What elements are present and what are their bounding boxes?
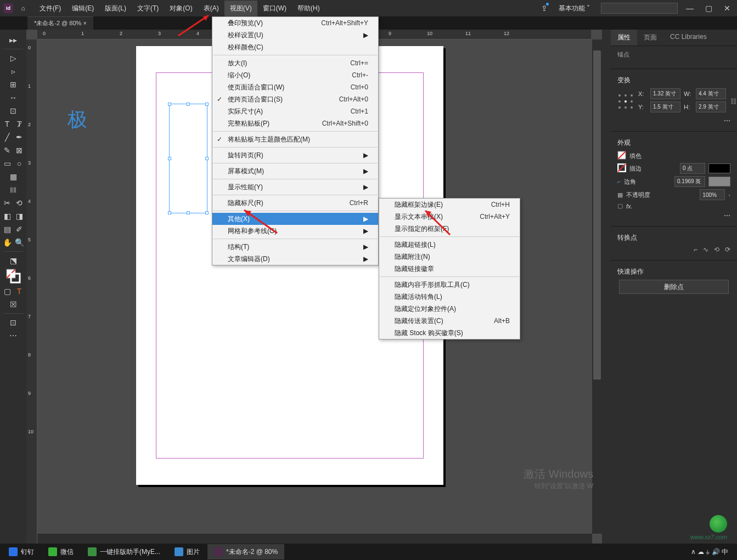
- delete-point-button[interactable]: 删除点: [619, 280, 729, 294]
- view-mode[interactable]: ⊡: [1, 316, 25, 329]
- zoom-tool[interactable]: 🔍: [13, 236, 25, 248]
- opacity-icon[interactable]: ▦: [617, 191, 623, 199]
- view-menu-item-6[interactable]: 使页面适合窗口(W)Ctrl+0: [212, 81, 378, 93]
- view-menu-item-15[interactable]: 屏幕模式(M)▶: [212, 165, 378, 177]
- convert-corner-icon[interactable]: ⌐: [694, 246, 697, 253]
- stroke-swatch-icon[interactable]: [617, 163, 626, 173]
- other-submenu-item-0[interactable]: 隐藏框架边缘(E)Ctrl+H: [379, 199, 520, 211]
- vertical-ruler[interactable]: 0 1 2 3 4 5 6 7 8 9 10: [26, 39, 37, 544]
- menu-object[interactable]: 对象(O): [164, 1, 198, 16]
- reference-point-grid[interactable]: [617, 93, 634, 110]
- more-options-icon[interactable]: ⋯: [724, 212, 730, 219]
- fill-swatch-icon[interactable]: [617, 151, 626, 161]
- system-tray[interactable]: ∧ ☁ ⏚ 🔊 中: [684, 544, 735, 559]
- convert-plain-icon[interactable]: ⟳: [725, 246, 730, 253]
- line-tool[interactable]: ╱: [1, 131, 13, 143]
- stroke-weight-field[interactable]: 0 点: [680, 163, 705, 174]
- rectangle-frame-tool[interactable]: ⊠: [13, 144, 25, 156]
- taskbar-item-indesign[interactable]: *未命名-2 @ 80%: [207, 544, 284, 559]
- view-menu-item-0[interactable]: 叠印预览(V)Ctrl+Alt+Shift+Y: [212, 17, 378, 29]
- view-menu-item-17[interactable]: 显示性能(Y)▶: [212, 181, 378, 193]
- home-icon[interactable]: ⌂: [18, 4, 29, 12]
- view-menu-item-25[interactable]: 文章编辑器(D)▶: [212, 253, 378, 265]
- taskbar-item-dingtalk[interactable]: 钉钉: [2, 544, 41, 559]
- view-menu-item-11[interactable]: ✓将粘贴板与主题颜色匹配(M): [212, 133, 378, 145]
- other-submenu-item-5[interactable]: 隐藏附注(N): [379, 251, 520, 263]
- menu-file[interactable]: 文件(F): [34, 1, 66, 16]
- other-submenu-item-11[interactable]: 隐藏传送装置(C)Alt+B: [379, 315, 520, 327]
- other-submenu-item-4[interactable]: 隐藏超链接(L): [379, 239, 520, 251]
- horizontal-scrollbar[interactable]: [37, 534, 592, 544]
- menu-help[interactable]: 帮助(H): [292, 1, 325, 16]
- note-tool[interactable]: ▤: [1, 223, 13, 235]
- view-menu-item-24[interactable]: 结构(T)▶: [212, 241, 378, 253]
- content-collector-tool[interactable]: ⊡: [1, 105, 25, 117]
- taskbar-item-pictures[interactable]: 图片: [168, 544, 206, 559]
- view-menu-item-13[interactable]: 旋转跨页(R)▶: [212, 149, 378, 161]
- search-input[interactable]: [601, 3, 678, 14]
- close-button[interactable]: ✕: [721, 4, 734, 13]
- view-menu-item-1[interactable]: 校样设置(U)▶: [212, 29, 378, 41]
- view-menu-item-22[interactable]: 网格和参考线(G)▶: [212, 225, 378, 237]
- corner-radius-field[interactable]: 0.1969 英: [674, 176, 705, 187]
- tab-properties[interactable]: 属性: [611, 30, 637, 46]
- corner-style-select[interactable]: [708, 177, 730, 186]
- menu-layout[interactable]: 版面(L): [99, 1, 132, 16]
- type-tool[interactable]: T: [1, 118, 13, 130]
- selection-tool[interactable]: ▷: [1, 52, 25, 64]
- minimize-button[interactable]: —: [683, 4, 696, 13]
- share-icon[interactable]: ⇪: [541, 4, 548, 13]
- view-menu-item-4[interactable]: 放大(I)Ctrl+=: [212, 57, 378, 69]
- document-tab[interactable]: *未命名-2 @ 80% ×: [27, 16, 93, 30]
- workspace-switcher[interactable]: 基本功能 ˅: [553, 2, 595, 15]
- gradient-feather-tool[interactable]: ◨: [13, 210, 25, 222]
- gap-tool[interactable]: ↔: [1, 92, 25, 104]
- direct-selection-tool[interactable]: ▹: [1, 65, 25, 77]
- h-field[interactable]: 2.9 英寸: [696, 101, 726, 112]
- vertical-scrollbar[interactable]: [592, 39, 602, 534]
- w-field[interactable]: 4.4 英寸: [696, 88, 726, 99]
- menu-table[interactable]: 表(A): [198, 1, 224, 16]
- maximize-button[interactable]: ▢: [702, 4, 715, 13]
- column-tool[interactable]: ⦀⦀: [1, 184, 25, 196]
- other-submenu-item-8[interactable]: 隐藏内容手形抓取工具(C): [379, 279, 520, 291]
- formatting-container[interactable]: ▢: [1, 285, 13, 297]
- gradient-swatch-tool[interactable]: ◧: [1, 210, 13, 222]
- eyedropper-tool[interactable]: ✐: [13, 223, 25, 235]
- text-frame-selected[interactable]: [169, 104, 207, 213]
- fill-stroke-swap[interactable]: ⬔: [1, 254, 25, 267]
- view-menu-item-21[interactable]: 其他(X)▶: [212, 213, 378, 225]
- fill-stroke-proxy[interactable]: [1, 268, 25, 284]
- convert-symmetric-icon[interactable]: ⟲: [714, 246, 719, 253]
- more-tools-icon[interactable]: ⋯: [1, 330, 25, 342]
- stroke-style-select[interactable]: [708, 163, 730, 173]
- tab-pages[interactable]: 页面: [637, 30, 663, 46]
- other-submenu-item-10[interactable]: 隐藏定位对象控件(A): [379, 303, 520, 315]
- view-menu-item-2[interactable]: 校样颜色(C): [212, 41, 378, 53]
- x-field[interactable]: 1.32 英寸: [650, 88, 680, 99]
- hand-tool[interactable]: ✋: [1, 236, 13, 248]
- type-on-path-tool[interactable]: T̷: [13, 118, 25, 130]
- other-submenu-item-2[interactable]: 显示指定的框架(F): [379, 223, 520, 235]
- other-submenu-item-9[interactable]: 隐藏活动转角(L): [379, 291, 520, 303]
- menu-type[interactable]: 文字(T): [132, 1, 164, 16]
- view-menu-item-9[interactable]: 完整粘贴板(P)Ctrl+Alt+Shift+0: [212, 117, 378, 129]
- menu-view[interactable]: 视图(V): [224, 1, 257, 16]
- rectangle-tool[interactable]: ▭: [1, 157, 13, 169]
- convert-smooth-icon[interactable]: ∿: [703, 246, 708, 253]
- fx-icon[interactable]: ▢: [617, 202, 623, 210]
- page-tool[interactable]: ⊞: [1, 78, 25, 90]
- link-wh-icon[interactable]: ⛓: [730, 98, 737, 105]
- scissors-tool[interactable]: ✂: [1, 197, 13, 209]
- view-menu-item-7[interactable]: ✓使跨页适合窗口(S)Ctrl+Alt+0: [212, 93, 378, 105]
- menu-edit[interactable]: 编辑(E): [66, 1, 99, 16]
- formatting-text[interactable]: T: [13, 285, 25, 297]
- tab-cc-libraries[interactable]: CC Libraries: [663, 30, 713, 46]
- more-options-icon[interactable]: ⋯: [724, 117, 730, 125]
- other-submenu-item-1[interactable]: 显示文本串接(X)Ctrl+Alt+Y: [379, 211, 520, 223]
- pen-tool[interactable]: ✒: [13, 131, 25, 143]
- free-transform-tool[interactable]: ⟲: [13, 197, 25, 209]
- view-menu-item-19[interactable]: 隐藏标尺(R)Ctrl+R: [212, 197, 378, 209]
- other-submenu-item-12[interactable]: 隐藏 Stock 购买徽章(S): [379, 327, 520, 339]
- y-field[interactable]: 1.5 英寸: [650, 101, 680, 112]
